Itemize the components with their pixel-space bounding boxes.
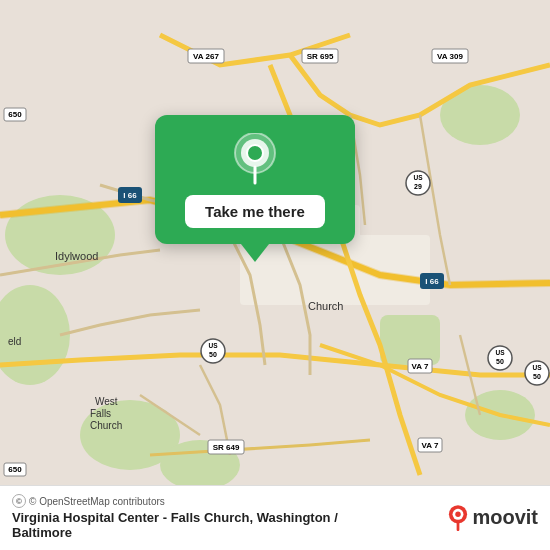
svg-text:US: US bbox=[495, 349, 505, 356]
svg-point-50 bbox=[247, 145, 263, 161]
svg-text:US: US bbox=[413, 174, 423, 181]
bottom-bar: © © OpenStreetMap contributors Virginia … bbox=[0, 485, 550, 550]
svg-text:US: US bbox=[208, 342, 218, 349]
take-me-there-button[interactable]: Take me there bbox=[185, 195, 325, 228]
osm-attribution: © © OpenStreetMap contributors bbox=[12, 494, 338, 508]
svg-text:50: 50 bbox=[496, 358, 504, 365]
svg-text:West: West bbox=[95, 396, 118, 407]
svg-text:VA 267: VA 267 bbox=[193, 52, 219, 61]
bottom-left: © © OpenStreetMap contributors Virginia … bbox=[12, 494, 338, 540]
svg-text:650: 650 bbox=[8, 465, 22, 474]
svg-text:Church: Church bbox=[90, 420, 122, 431]
svg-text:29: 29 bbox=[414, 183, 422, 190]
popup-box: Take me there bbox=[155, 115, 355, 244]
svg-point-54 bbox=[456, 512, 461, 517]
svg-text:50: 50 bbox=[533, 373, 541, 380]
location-name: Virginia Hospital Center - Falls Church,… bbox=[12, 510, 338, 525]
osm-logo: © bbox=[12, 494, 26, 508]
location-title: Virginia Hospital Center - Falls Church,… bbox=[12, 510, 338, 540]
svg-text:SR 695: SR 695 bbox=[307, 52, 334, 61]
moovit-logo: moovit bbox=[448, 505, 538, 529]
svg-rect-5 bbox=[380, 315, 440, 365]
popup-bubble: Take me there bbox=[155, 115, 355, 262]
svg-text:650: 650 bbox=[8, 110, 22, 119]
moovit-pin-icon bbox=[448, 505, 468, 529]
svg-text:VA 7: VA 7 bbox=[412, 362, 429, 371]
popup-arrow bbox=[241, 244, 269, 262]
svg-text:SR 649: SR 649 bbox=[213, 443, 240, 452]
location-subtitle: Baltimore bbox=[12, 525, 72, 540]
svg-text:Falls: Falls bbox=[90, 408, 111, 419]
map-container: Idylwood West Falls Church Church eld I … bbox=[0, 0, 550, 550]
svg-text:eld: eld bbox=[8, 336, 21, 347]
svg-text:I 66: I 66 bbox=[123, 191, 137, 200]
svg-text:Idylwood: Idylwood bbox=[55, 250, 98, 262]
svg-text:VA 7: VA 7 bbox=[422, 441, 439, 450]
svg-text:50: 50 bbox=[209, 351, 217, 358]
svg-text:I 66: I 66 bbox=[425, 277, 439, 286]
svg-text:Church: Church bbox=[308, 300, 343, 312]
moovit-text: moovit bbox=[472, 506, 538, 529]
svg-text:VA 309: VA 309 bbox=[437, 52, 463, 61]
osm-text: © OpenStreetMap contributors bbox=[29, 496, 165, 507]
location-pin-icon bbox=[229, 133, 281, 185]
svg-text:US: US bbox=[532, 364, 542, 371]
